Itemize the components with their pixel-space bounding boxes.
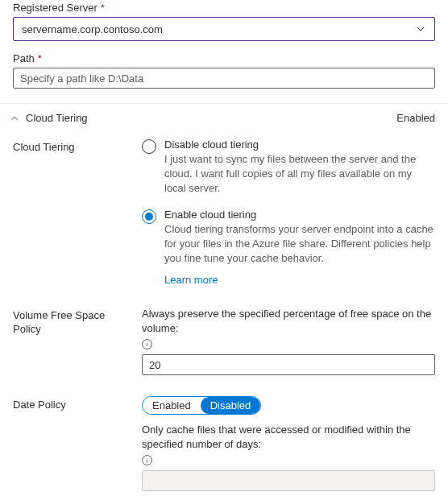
registered-server-select[interactable]: servername.corp.contoso.com [13,17,435,41]
chevron-down-icon [415,23,426,35]
radio-dot-icon [145,213,153,221]
volume-policy-label: Volume Free Space Policy [13,307,126,375]
date-policy-enabled-option[interactable]: Enabled [143,397,201,414]
cloud-tiering-title: Cloud Tiering [26,112,88,124]
registered-server-label: Registered Server* [13,2,435,14]
chevron-up-icon [10,114,19,123]
enable-tiering-radio[interactable] [142,209,156,224]
cloud-tiering-section-header[interactable]: Cloud Tiering Enabled [0,104,448,132]
volume-policy-input[interactable] [142,354,435,375]
volume-policy-desc: Always preserve the specified percentage… [142,307,435,336]
date-policy-input [142,470,435,491]
path-input[interactable] [13,68,435,89]
date-policy-toggle[interactable]: Enabled Disabled [142,396,261,415]
cloud-tiering-field-label: Cloud Tiering [13,138,126,286]
date-policy-disabled-option[interactable]: Disabled [201,397,261,414]
registered-server-value: servername.corp.contoso.com [22,23,163,35]
disable-tiering-title: Disable cloud tiering [164,138,435,151]
enable-tiering-title: Enable cloud tiering [164,209,435,221]
enable-tiering-desc: Cloud tiering transforms your server end… [164,222,435,266]
cloud-tiering-status: Enabled [396,112,435,124]
info-icon[interactable]: i [142,455,152,465]
disable-tiering-desc: I just want to sync my files between the… [164,152,435,196]
disable-tiering-radio[interactable] [142,139,156,154]
info-icon[interactable]: i [142,339,152,349]
path-label: Path* [13,52,435,64]
required-asterisk: * [38,52,42,64]
learn-more-link[interactable]: Learn more [164,274,218,286]
required-asterisk: * [101,2,105,14]
date-policy-label: Date Policy [13,396,126,491]
date-policy-desc: Only cache files that were accessed or m… [142,423,435,452]
